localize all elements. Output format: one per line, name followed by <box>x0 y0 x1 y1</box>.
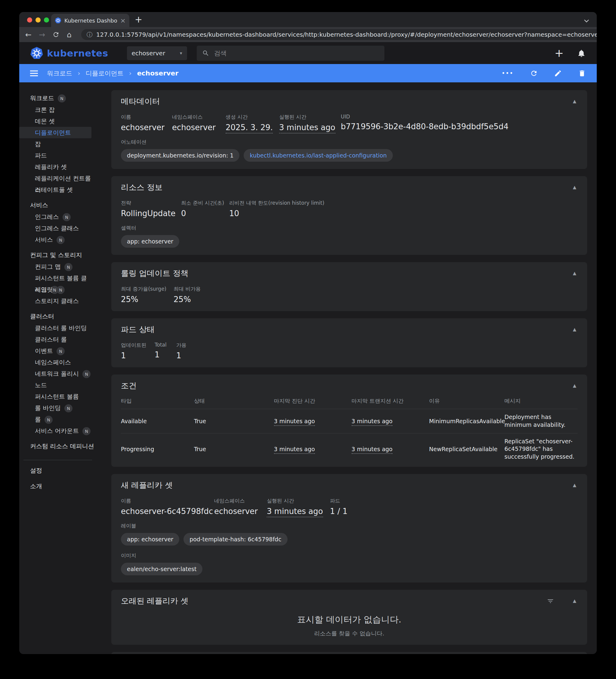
sidebar-item-settings[interactable]: 설정 <box>19 464 111 477</box>
pod-status-card: 파드 상태 ▲ 업데이트된1 Total1 가용1 <box>111 318 587 367</box>
sidebar-item-cluster-roles[interactable]: 클러스터 롤 <box>19 334 91 345</box>
sidebar-item-replication-controllers[interactable]: 레플리케이션 컨트롤러 <box>19 172 91 184</box>
sidebar-item-persistent-volumes[interactable]: 퍼시스턴트 볼륨 <box>19 391 91 402</box>
sidebar-item-about[interactable]: 소개 <box>19 480 111 492</box>
field-label: Total <box>155 342 176 348</box>
sidebar-item-ingress-classes[interactable]: 인그레스 클래스 <box>19 222 91 234</box>
field-value: echoserver <box>121 123 172 132</box>
create-resource-icon[interactable]: + <box>555 47 564 59</box>
refresh-icon[interactable] <box>530 69 538 77</box>
collapse-arrow-icon[interactable]: ▲ <box>573 99 576 104</box>
field-value: 2025. 3. 29. <box>225 123 279 132</box>
sidebar-section-cluster[interactable]: 클러스터 <box>19 310 111 322</box>
annotation-chip-link[interactable]: kubectl.kubernetes.io/last-applied-confi… <box>244 149 393 162</box>
filter-icon[interactable] <box>547 597 554 605</box>
breadcrumb-workloads[interactable]: 워크로드 <box>47 69 72 77</box>
breadcrumb-current: echoserver <box>137 69 179 77</box>
sidebar-item-storage-classes[interactable]: 스토리지 클래스 <box>19 295 91 306</box>
minimize-window-button[interactable] <box>35 18 40 23</box>
sidebar-item-events[interactable]: 이벤트N <box>19 345 91 356</box>
sidebar-item-network-policies[interactable]: 네트워크 폴리시N <box>19 368 91 379</box>
namespace-selector[interactable]: echoserver ▾ <box>127 46 187 60</box>
scale-more-icon[interactable]: ••• <box>502 70 514 76</box>
back-icon[interactable]: ← <box>25 31 32 38</box>
new-badge: N <box>83 370 91 378</box>
site-info-icon[interactable]: ⓘ <box>87 31 93 39</box>
sidebar-item-secrets[interactable]: 시크릿N <box>19 284 91 295</box>
card-title: 메타데이터 <box>121 96 578 106</box>
sidebar-item-cluster-role-bindings[interactable]: 클러스터 롤 바인딩 <box>19 322 91 334</box>
sidebar-item-custom-resource-definitions[interactable]: 커스텀 리소스 데피니션 <box>19 440 111 452</box>
tab-close-icon[interactable]: × <box>120 17 126 24</box>
collapse-arrow-icon[interactable]: ▲ <box>573 598 576 604</box>
browser-window: Kubernetes Dashboard × + ← → ⌂ ⓘ 127.0.0… <box>19 12 597 654</box>
sidebar-item-daemon-sets[interactable]: 데몬 셋 <box>19 116 91 127</box>
field-value: echoserver <box>172 123 225 132</box>
sidebar-item-namespaces[interactable]: 네임스페이스 <box>19 356 91 368</box>
collapse-arrow-icon[interactable]: ▲ <box>573 482 576 488</box>
home-icon[interactable]: ⌂ <box>67 31 71 38</box>
sidebar-item-ingresses[interactable]: 인그레스N <box>19 211 91 222</box>
resource-info-card: 리소스 정보 ▲ 전략RollingUpdate 최소 준비 시간(초)0 리비… <box>111 176 587 255</box>
kubernetes-brand[interactable]: kubernetes <box>30 46 108 60</box>
search-input[interactable]: 검색 <box>197 46 384 61</box>
field-label: 실행된 시간 <box>279 114 341 121</box>
sidebar-item-workloads[interactable]: 워크로드N <box>19 92 111 104</box>
collapse-arrow-icon[interactable]: ▲ <box>573 383 576 388</box>
zoom-window-button[interactable] <box>44 18 49 23</box>
sidebar-item-pods[interactable]: 파드 <box>19 150 91 161</box>
hpa-card[interactable]: 호레잔틀 파드 오토스케일러 아이템: 0 ▼ <box>111 652 587 654</box>
collapse-arrow-icon[interactable]: ▲ <box>573 185 576 190</box>
url-text: 127.0.0.1:57579/api/v1/namespaces/kubern… <box>96 31 597 38</box>
field-label: 전략 <box>121 200 181 206</box>
collapse-arrow-icon[interactable]: ▲ <box>573 270 576 276</box>
sidebar-item-replica-sets[interactable]: 레플리카 셋 <box>19 161 91 172</box>
new-badge: N <box>58 94 66 102</box>
sidebar-item-nodes[interactable]: 노드 <box>19 379 91 391</box>
sidebar-item-stateful-sets[interactable]: 스테이트풀 셋 <box>19 184 91 195</box>
selector-chip: app: echoserver <box>121 235 179 248</box>
tab-search-button[interactable] <box>582 17 591 25</box>
close-window-button[interactable] <box>27 18 32 23</box>
sidebar-item-roles[interactable]: 롤N <box>19 414 91 425</box>
new-tab-button[interactable]: + <box>135 14 142 25</box>
new-badge: N <box>57 347 65 355</box>
breadcrumb: 워크로드 › 디플로이먼트 › echoserver <box>47 69 178 77</box>
sidebar-nav: 워크로드N 크론 잡 데몬 셋 디플로이먼트 잡 파드 레플리카 셋 레플리케이… <box>19 83 111 654</box>
sidebar-item-cron-jobs[interactable]: 크론 잡 <box>19 104 91 116</box>
sidebar-section-config-storage[interactable]: 컨피그 및 스토리지 <box>19 249 111 261</box>
sidebar-item-jobs[interactable]: 잡 <box>19 138 91 150</box>
selector-label: 셀렉터 <box>121 225 578 231</box>
new-badge: N <box>57 286 65 294</box>
sidebar-item-services[interactable]: 서비스N <box>19 234 91 245</box>
hamburger-menu-icon[interactable] <box>30 70 38 76</box>
annotation-chip: deployment.kubernetes.io/revision: 1 <box>121 149 239 162</box>
sidebar-divider <box>24 460 92 460</box>
notifications-bell-icon[interactable] <box>577 49 586 58</box>
delete-trash-icon[interactable] <box>578 69 586 77</box>
field-value: 1 <box>155 351 176 359</box>
sidebar-item-config-maps[interactable]: 컨피그 맵N <box>19 261 91 272</box>
field-value: 25% <box>174 295 201 304</box>
address-bar[interactable]: ⓘ 127.0.0.1:57579/api/v1/namespaces/kube… <box>81 29 597 40</box>
forward-icon[interactable]: → <box>39 31 45 38</box>
breadcrumb-deployments[interactable]: 디플로이먼트 <box>86 69 124 77</box>
brand-wordmark: kubernetes <box>47 48 108 59</box>
collapse-arrow-icon[interactable]: ▲ <box>573 327 576 332</box>
sidebar-item-service-accounts[interactable]: 서비스 어카운트N <box>19 425 91 437</box>
reload-icon[interactable] <box>52 31 60 38</box>
sidebar-section-service[interactable]: 서비스 <box>19 199 111 211</box>
field-label: UID <box>341 114 508 120</box>
field-label: 네임스페이스 <box>172 114 225 121</box>
sidebar-item-deployments[interactable]: 디플로이먼트 <box>19 127 91 138</box>
card-title: 롤링 업데이트 정책 <box>121 268 578 278</box>
field-label: 네임스페이스 <box>214 497 267 504</box>
replica-set-link[interactable]: echoserver-6c45798fdc <box>121 507 214 516</box>
sidebar-item-persistent-volume-claims[interactable]: 퍼시스턴트 볼륨 클레임N <box>19 272 91 284</box>
kubernetes-favicon <box>55 17 61 24</box>
edit-pencil-icon[interactable] <box>554 69 562 77</box>
field-label: 파드 <box>330 497 347 504</box>
conditions-card: 조건 ▲ 타입 상태 마지막 진단 시간 마지막 트랜지션 시간 이유 메시지 … <box>111 375 587 467</box>
sidebar-item-role-bindings[interactable]: 롤 바인딩N <box>19 402 91 414</box>
browser-tab[interactable]: Kubernetes Dashboard × <box>51 14 129 27</box>
